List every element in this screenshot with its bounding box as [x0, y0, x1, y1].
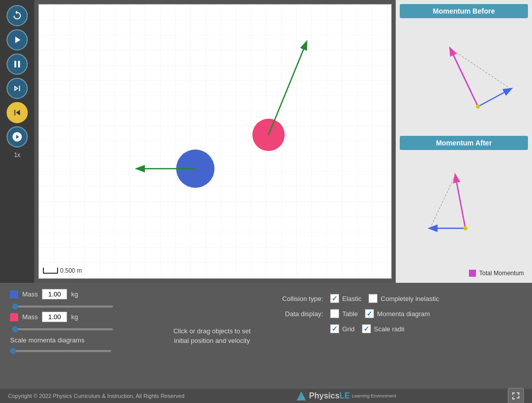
- scale-momenta-thumb: [10, 348, 16, 354]
- scale-radii-option[interactable]: Scale radii: [362, 324, 405, 333]
- logo-subtitle: Learning Environment: [352, 393, 396, 399]
- app-container: 1x: [0, 0, 532, 403]
- grid-background: [39, 5, 391, 278]
- grid-row: Grid Scale radii: [273, 324, 522, 333]
- red-color-indicator: [10, 313, 18, 321]
- mass-red-row: Mass kg: [10, 312, 151, 322]
- mass-blue-input[interactable]: [42, 289, 67, 299]
- blue-color-indicator: [10, 290, 18, 298]
- fullscreen-button[interactable]: [508, 388, 524, 403]
- mass-controls: Mass kg Mass kg Scale: [10, 289, 151, 383]
- scale-radii-checkbox[interactable]: [362, 324, 371, 333]
- table-label: Table: [342, 310, 358, 318]
- mass-red-slider-row: [10, 326, 151, 330]
- inelastic-option[interactable]: Completely inelastic: [368, 294, 439, 303]
- elastic-option[interactable]: Elastic: [330, 294, 361, 303]
- inelastic-label: Completely inelastic: [381, 295, 439, 303]
- simulation-canvas[interactable]: 0.500 m: [38, 4, 392, 279]
- options-panel: Collision type: Elastic Completely inela…: [273, 289, 522, 383]
- mass-blue-label: Mass: [22, 290, 38, 298]
- mass-blue-slider-row: [10, 304, 151, 308]
- elastic-checkbox[interactable]: [330, 294, 339, 303]
- collision-type-row: Collision type: Elastic Completely inela…: [273, 294, 522, 303]
- total-momentum-legend: Total Momentum: [400, 268, 528, 279]
- momentum-before-header: Momentum Before: [400, 4, 528, 18]
- step-forward-button[interactable]: [7, 78, 28, 99]
- elastic-label: Elastic: [342, 295, 361, 303]
- bottom-controls: Mass kg Mass kg Scale: [0, 283, 532, 389]
- mass-red-input[interactable]: [42, 312, 67, 322]
- grid-checkbox[interactable]: [330, 324, 339, 333]
- data-display-label: Data display:: [273, 310, 323, 318]
- svg-line-9: [430, 175, 455, 228]
- footer-logo: PhysicsLE Learning Environment: [296, 390, 396, 401]
- momentum-after-diagram: [400, 150, 528, 241]
- step-back-button[interactable]: [7, 102, 28, 123]
- mass-blue-slider-thumb: [12, 304, 18, 310]
- svg-point-5: [476, 105, 480, 109]
- momentum-before-svg: [400, 18, 528, 109]
- mass-red-unit: kg: [71, 313, 78, 321]
- grid-label: Grid: [342, 325, 355, 333]
- scale-label: 0.500 m: [43, 267, 82, 274]
- mass-blue-row: Mass kg: [10, 289, 151, 299]
- scale-text: 0.500 m: [60, 267, 82, 274]
- collision-type-label: Collision type:: [273, 295, 323, 303]
- table-checkbox[interactable]: [330, 309, 339, 318]
- footer: Copyright © 2022 Physics Curriculum & In…: [0, 389, 532, 403]
- reset-button[interactable]: [7, 5, 28, 26]
- play-button[interactable]: [7, 29, 28, 51]
- main-area: 1x: [0, 0, 532, 283]
- instruction-line2: initial position and velocity: [174, 336, 250, 346]
- legend-color-box: [469, 270, 476, 277]
- momentum-after-header: Momentum After: [400, 136, 528, 150]
- legend-text: Total Momentum: [479, 270, 524, 277]
- mass-blue-unit: kg: [71, 290, 78, 298]
- mass-red-label: Mass: [22, 313, 38, 321]
- speed-button[interactable]: [7, 126, 28, 147]
- momentum-after-section: Momentum After: [400, 136, 528, 264]
- mass-blue-slider-track[interactable]: [12, 306, 113, 308]
- svg-line-2: [478, 89, 511, 107]
- svg-marker-11: [297, 391, 306, 400]
- momentum-before-section: Momentum Before: [400, 4, 528, 132]
- left-controls: 1x: [0, 0, 34, 283]
- svg-line-3: [450, 48, 478, 107]
- fullscreen-icon: [512, 392, 520, 400]
- svg-point-10: [463, 226, 467, 230]
- right-panel: Momentum Before: [396, 0, 532, 283]
- instruction-line1: Click or drag objects to set: [173, 326, 250, 336]
- inelastic-checkbox[interactable]: [368, 294, 378, 303]
- scale-bar: [43, 268, 58, 274]
- grid-option[interactable]: Grid: [330, 324, 355, 333]
- logo-text-le: LE: [340, 391, 350, 400]
- data-display-row: Data display: Table Momenta diagram: [273, 309, 522, 318]
- speed-label: 1x: [14, 152, 21, 159]
- mass-red-slider-thumb: [12, 326, 18, 332]
- copyright-text: Copyright © 2022 Physics Curriculum & In…: [8, 393, 184, 399]
- scale-momenta-label: Scale momenta diagrams: [10, 336, 151, 344]
- pause-button[interactable]: [7, 54, 28, 75]
- scale-radii-label: Scale radii: [374, 325, 405, 333]
- momenta-option[interactable]: Momenta diagram: [365, 309, 430, 318]
- logo-text: PhysicsLE: [309, 391, 350, 400]
- momenta-label: Momenta diagram: [377, 310, 430, 318]
- logo-text-physics: Physics: [309, 391, 339, 400]
- instructions-area: Click or drag objects to set initial pos…: [162, 289, 262, 383]
- logo-triangle-icon: [296, 390, 307, 401]
- momentum-after-svg: [400, 150, 528, 241]
- svg-line-8: [455, 175, 465, 228]
- mass-red-slider-track[interactable]: [12, 328, 113, 330]
- momenta-checkbox[interactable]: [365, 309, 374, 318]
- table-option[interactable]: Table: [330, 309, 358, 318]
- scale-momenta-slider[interactable]: [10, 350, 111, 352]
- momentum-before-diagram: [400, 18, 528, 109]
- svg-rect-0: [39, 5, 391, 278]
